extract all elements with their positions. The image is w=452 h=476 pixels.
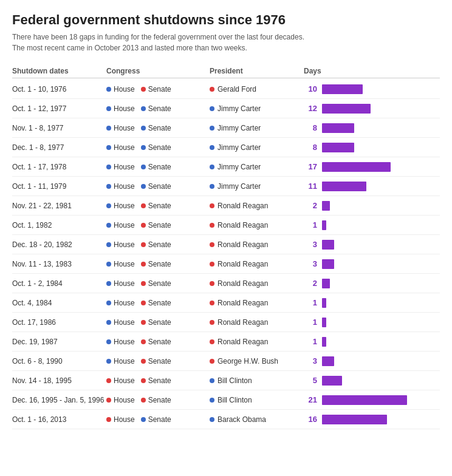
house-label: House — [114, 143, 135, 152]
days-cell: 1 — [304, 337, 425, 347]
days-number: 21 — [304, 395, 317, 404]
days-bar — [322, 220, 326, 230]
congress-cell: House Senate — [106, 240, 210, 249]
senate-dot — [141, 301, 146, 305]
house-label: House — [114, 318, 135, 327]
days-bar — [322, 395, 407, 405]
senate-label: Senate — [148, 240, 171, 249]
house-dot — [106, 126, 111, 131]
days-number: 3 — [304, 259, 317, 268]
days-bar — [322, 298, 326, 308]
president-cell: Ronald Reagan — [210, 279, 304, 288]
days-number: 2 — [304, 279, 317, 288]
president-dot — [210, 184, 214, 189]
senate-label: Senate — [148, 182, 171, 191]
table-row: Dec. 18 - 20, 1982 House Senate Ronald R… — [12, 235, 440, 254]
date-cell: Dec. 18 - 20, 1982 — [12, 240, 106, 249]
senate-label: Senate — [148, 415, 171, 424]
congress-cell: House Senate — [106, 85, 210, 93]
president-name: Ronald Reagan — [217, 299, 268, 307]
house-dot — [106, 184, 111, 189]
president-dot — [210, 203, 214, 208]
president-cell: George H.W. Bush — [210, 357, 304, 365]
days-cell: 2 — [304, 279, 425, 288]
senate-dot — [141, 242, 146, 247]
congress-cell: House Senate — [106, 163, 210, 171]
senate-dot — [141, 359, 146, 364]
president-cell: Bill Clinton — [210, 376, 304, 385]
date-cell: Nov. 14 - 18, 1995 — [12, 376, 106, 385]
house-dot — [106, 242, 111, 247]
date-cell: Dec. 16, 1995 - Jan. 5, 1996 — [12, 396, 106, 404]
table-row: Nov. 11 - 13, 1983 House Senate Ronald R… — [12, 254, 440, 274]
table-row: Dec. 19, 1987 House Senate Ronald Reagan… — [12, 332, 440, 352]
senate-dot — [141, 223, 146, 228]
president-dot — [210, 339, 214, 344]
table-row: Oct. 1 - 10, 1976 House Senate Gerald Fo… — [12, 80, 440, 99]
senate-dot — [141, 398, 146, 403]
house-label: House — [114, 104, 135, 113]
president-dot — [210, 106, 214, 111]
senate-label: Senate — [148, 396, 171, 404]
days-number: 3 — [304, 240, 317, 249]
date-cell: Dec. 19, 1987 — [12, 338, 106, 346]
president-cell: Ronald Reagan — [210, 221, 304, 229]
president-cell: Jimmy Carter — [210, 143, 304, 152]
table-row: Oct. 1 - 11, 1979 House Senate Jimmy Car… — [12, 177, 440, 196]
senate-label: Senate — [148, 338, 171, 346]
president-cell: Jimmy Carter — [210, 163, 304, 171]
president-name: Ronald Reagan — [217, 260, 268, 268]
congress-cell: House Senate — [106, 357, 210, 365]
house-label: House — [114, 415, 135, 424]
senate-dot — [141, 281, 146, 286]
senate-label: Senate — [148, 260, 171, 268]
senate-dot — [141, 203, 146, 208]
house-label: House — [114, 85, 135, 93]
congress-cell: House Senate — [106, 299, 210, 307]
days-bar — [322, 162, 391, 172]
date-cell: Nov. 11 - 13, 1983 — [12, 260, 106, 268]
table-row: Dec. 16, 1995 - Jan. 5, 1996 House Senat… — [12, 390, 440, 410]
house-label: House — [114, 182, 135, 191]
date-cell: Oct. 1 - 16, 2013 — [12, 415, 106, 424]
congress-cell: House Senate — [106, 143, 210, 152]
date-cell: Oct. 17, 1986 — [12, 318, 106, 327]
days-cell: 5 — [304, 376, 425, 386]
president-cell: Jimmy Carter — [210, 124, 304, 132]
senate-dot — [141, 87, 146, 92]
house-dot — [106, 398, 111, 403]
days-cell: 21 — [304, 395, 425, 405]
senate-label: Senate — [148, 104, 171, 113]
days-bar — [322, 123, 354, 133]
date-cell: Dec. 1 - 8, 1977 — [12, 143, 106, 152]
days-cell: 1 — [304, 220, 425, 230]
days-number: 1 — [304, 318, 317, 327]
days-number: 17 — [304, 162, 317, 171]
days-number: 1 — [304, 298, 317, 307]
senate-label: Senate — [148, 376, 171, 385]
president-dot — [210, 359, 214, 364]
house-dot — [106, 320, 111, 325]
president-dot — [210, 126, 214, 131]
house-label: House — [114, 202, 135, 210]
president-name: Ronald Reagan — [217, 240, 268, 249]
days-number: 8 — [304, 123, 317, 132]
date-cell: Oct. 1 - 11, 1979 — [12, 182, 106, 191]
president-dot — [210, 165, 214, 169]
days-cell: 1 — [304, 318, 425, 327]
president-dot — [210, 301, 214, 305]
congress-cell: House Senate — [106, 279, 210, 288]
table-row: Nov. 14 - 18, 1995 House Senate Bill Cli… — [12, 371, 440, 390]
senate-dot — [141, 145, 146, 150]
senate-dot — [141, 320, 146, 325]
days-bar — [322, 376, 342, 386]
table-header: Shutdown dates Congress President Days — [12, 64, 440, 78]
president-dot — [210, 242, 214, 247]
table-row: Nov. 1 - 8, 1977 House Senate Jimmy Cart… — [12, 118, 440, 138]
days-number: 10 — [304, 84, 317, 93]
senate-dot — [141, 417, 146, 422]
house-dot — [106, 87, 111, 92]
days-bar — [322, 201, 330, 211]
table-row: Oct. 4, 1984 House Senate Ronald Reagan … — [12, 293, 440, 313]
president-dot — [210, 87, 214, 92]
